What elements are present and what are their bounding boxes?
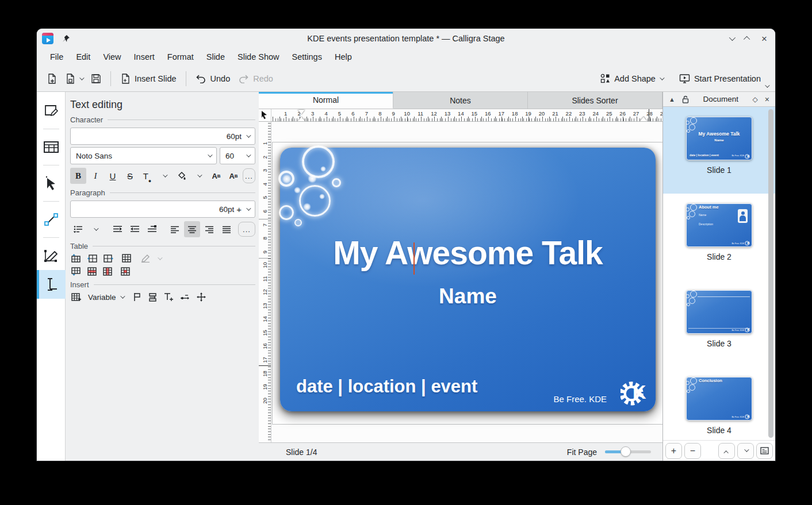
insert-column-left-button[interactable] bbox=[87, 254, 97, 263]
insert-text-button[interactable] bbox=[164, 292, 173, 302]
bold-button[interactable]: B bbox=[70, 168, 86, 184]
insert-anchor-button[interactable] bbox=[197, 292, 206, 302]
menu-item[interactable]: Insert bbox=[128, 50, 161, 64]
start-presentation-chevron-icon[interactable] bbox=[765, 83, 769, 87]
table-border-pen-button[interactable] bbox=[141, 255, 151, 263]
left-indent-marker[interactable] bbox=[298, 117, 305, 121]
strikethrough-button[interactable]: S bbox=[122, 168, 138, 184]
tool-path-edit[interactable] bbox=[37, 241, 66, 270]
docker-scrollbar[interactable] bbox=[768, 109, 773, 438]
slide-4-thumbnail[interactable]: Conclusion Be Free. KDE K bbox=[686, 377, 752, 421]
slide-thumbnail-item-4[interactable]: Conclusion Be Free. KDE K Slide 4 bbox=[663, 367, 775, 440]
paragraph-more-button[interactable]: ... bbox=[238, 222, 255, 237]
insert-variable-dropdown[interactable]: Variable bbox=[88, 293, 124, 302]
slide-1-thumbnail[interactable]: My Awesome Talk Name date | location | e… bbox=[686, 117, 752, 160]
horizontal-ruler[interactable]: 1234567891011121314151617181920212223242… bbox=[271, 109, 662, 121]
tab-notes[interactable]: Notes bbox=[393, 92, 528, 109]
menu-item[interactable]: Edit bbox=[70, 50, 97, 64]
insert-soft-hyphen-button[interactable] bbox=[180, 294, 190, 301]
text-color-chevron[interactable] bbox=[156, 168, 173, 184]
delete-table-button[interactable] bbox=[121, 267, 130, 276]
table-border-chevron[interactable] bbox=[158, 255, 162, 260]
slide-3-thumbnail[interactable]: Be Free. KDE K bbox=[686, 290, 752, 334]
delete-row-button[interactable] bbox=[87, 267, 97, 276]
open-recent-chevron-icon[interactable] bbox=[79, 75, 84, 80]
menu-item[interactable]: Format bbox=[161, 50, 200, 64]
open-document-button[interactable] bbox=[61, 70, 87, 87]
tab-slides-sorter[interactable]: Slides Sorter bbox=[528, 92, 662, 109]
tool-text-editing[interactable] bbox=[37, 270, 66, 299]
paragraph-spacing-combobox[interactable]: 60pt + bbox=[70, 201, 255, 218]
insert-row-above-button[interactable] bbox=[71, 254, 81, 263]
redo-button[interactable]: Redo bbox=[234, 70, 277, 87]
tool-edit-shapes[interactable] bbox=[37, 97, 66, 125]
character-more-button[interactable]: ... bbox=[243, 168, 255, 183]
zoom-slider[interactable] bbox=[605, 450, 651, 453]
zoom-slider-thumb[interactable] bbox=[621, 446, 631, 457]
font-family-combobox[interactable]: Noto Sans bbox=[70, 147, 217, 164]
slide-subtitle-text[interactable]: Name bbox=[280, 284, 656, 309]
insert-table-grid-button[interactable] bbox=[122, 254, 131, 263]
tool-select[interactable] bbox=[37, 169, 66, 198]
maximize-button[interactable] bbox=[744, 36, 750, 43]
save-button[interactable] bbox=[87, 70, 105, 87]
insert-bookmark-button[interactable] bbox=[133, 292, 141, 302]
first-line-indent-marker[interactable] bbox=[298, 110, 305, 114]
insert-slide-button[interactable]: Insert Slide bbox=[116, 70, 181, 87]
background-color-button[interactable] bbox=[174, 168, 190, 184]
new-document-button[interactable] bbox=[43, 70, 61, 87]
insert-table-button[interactable] bbox=[71, 293, 81, 302]
slide-thumbnail-item-3[interactable]: Be Free. KDE K Slide 3 bbox=[663, 280, 775, 367]
increase-indent-button[interactable] bbox=[127, 221, 143, 237]
character-style-combobox[interactable]: 60pt bbox=[70, 128, 255, 145]
superscript-button[interactable]: AB bbox=[208, 168, 224, 184]
zoom-mode-label[interactable]: Fit Page bbox=[567, 448, 597, 457]
subscript-button[interactable]: AB bbox=[225, 168, 242, 184]
background-color-chevron[interactable] bbox=[191, 168, 207, 184]
menu-item[interactable]: Slide bbox=[200, 50, 231, 64]
text-color-button[interactable]: T● bbox=[139, 168, 155, 184]
insert-column-right-button[interactable] bbox=[104, 254, 113, 263]
menu-item[interactable]: Slide Show bbox=[231, 50, 286, 64]
align-right-button[interactable] bbox=[201, 221, 217, 237]
slide-title-text[interactable]: My Awesome Talk bbox=[280, 234, 656, 272]
align-left-button[interactable] bbox=[167, 221, 183, 237]
float-docker-icon[interactable]: ◇ bbox=[753, 95, 758, 103]
vertical-ruler[interactable]: 1234567891011121314151617181920 bbox=[259, 122, 271, 442]
add-slide-button[interactable]: + bbox=[665, 443, 682, 459]
right-indent-marker[interactable] bbox=[640, 117, 647, 121]
tool-frames[interactable] bbox=[37, 133, 66, 161]
tool-connector[interactable] bbox=[37, 205, 66, 234]
list-style-chevron[interactable] bbox=[87, 221, 104, 237]
delete-column-button[interactable] bbox=[103, 267, 112, 276]
insert-frame-break-button[interactable] bbox=[148, 293, 157, 302]
slide-editor[interactable]: My Awesome Talk Name date | location | e… bbox=[280, 148, 656, 411]
thumbnail-view-options-button[interactable] bbox=[756, 443, 773, 459]
move-slide-up-button[interactable] bbox=[718, 443, 735, 459]
lock-icon[interactable] bbox=[682, 95, 689, 103]
add-shape-button[interactable]: Add Shape bbox=[596, 70, 667, 87]
menu-item[interactable]: Settings bbox=[286, 50, 328, 64]
slide-canvas[interactable]: My Awesome Talk Name date | location | e… bbox=[271, 122, 662, 442]
slide-2-thumbnail[interactable]: About me Name Description Be Free. KDE K bbox=[686, 203, 752, 247]
move-slide-down-button[interactable] bbox=[737, 443, 754, 459]
insert-row-below-button[interactable] bbox=[71, 267, 81, 276]
minimize-button[interactable] bbox=[729, 34, 736, 41]
menu-item[interactable]: Help bbox=[328, 50, 358, 64]
font-size-combobox[interactable]: 60 bbox=[220, 147, 255, 164]
first-line-indent-button[interactable] bbox=[144, 221, 160, 237]
list-style-button[interactable] bbox=[70, 221, 86, 237]
slide-footer-text[interactable]: date | location | event bbox=[296, 376, 477, 397]
menu-item[interactable]: File bbox=[44, 50, 70, 64]
slide-thumbnail-item-2[interactable]: About me Name Description Be Free. KDE K… bbox=[663, 194, 775, 280]
italic-button[interactable]: I bbox=[87, 168, 104, 184]
decrease-indent-button[interactable] bbox=[109, 221, 125, 237]
collapse-docker-icon[interactable]: ▲ bbox=[669, 96, 675, 103]
remove-slide-button[interactable]: − bbox=[684, 443, 701, 459]
slide-thumbnail-item-1[interactable]: My Awesome Talk Name date | location | e… bbox=[663, 107, 775, 194]
tab-normal[interactable]: Normal bbox=[259, 92, 393, 109]
menu-item[interactable]: View bbox=[97, 50, 127, 64]
underline-button[interactable]: U bbox=[105, 168, 121, 184]
close-button[interactable]: × bbox=[761, 34, 767, 44]
undo-button[interactable]: Undo bbox=[191, 70, 235, 87]
